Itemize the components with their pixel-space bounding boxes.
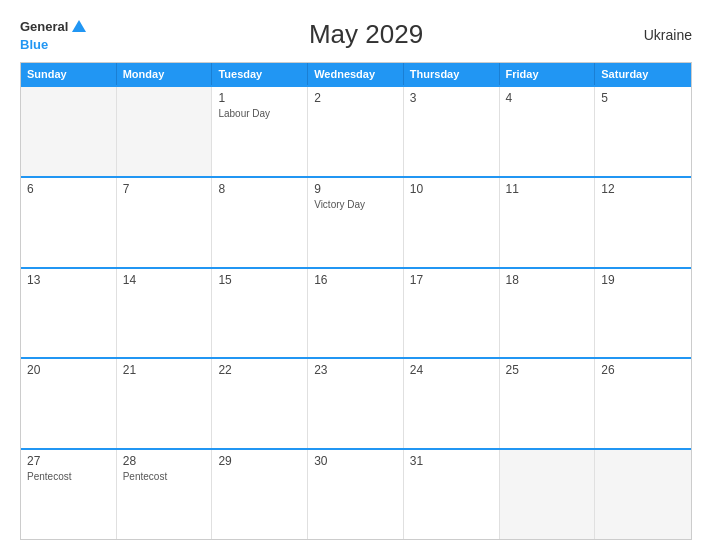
day-number: 20 <box>27 363 110 377</box>
day-number: 11 <box>506 182 589 196</box>
day-cell: 22 <box>212 359 308 448</box>
day-cell: 9Victory Day <box>308 178 404 267</box>
day-cell: 27Pentecost <box>21 450 117 539</box>
day-cell: 24 <box>404 359 500 448</box>
week-row-4: 20212223242526 <box>21 357 691 448</box>
day-number: 24 <box>410 363 493 377</box>
day-cell: 5 <box>595 87 691 176</box>
day-cell <box>21 87 117 176</box>
day-header-thursday: Thursday <box>404 63 500 85</box>
logo-general-text: General <box>20 20 68 34</box>
day-number: 6 <box>27 182 110 196</box>
day-header-tuesday: Tuesday <box>212 63 308 85</box>
day-number: 21 <box>123 363 206 377</box>
country-label: Ukraine <box>632 27 692 43</box>
day-number: 8 <box>218 182 301 196</box>
day-header-sunday: Sunday <box>21 63 117 85</box>
day-number: 2 <box>314 91 397 105</box>
logo-blue-text: Blue <box>20 38 48 52</box>
weeks-container: 1Labour Day23456789Victory Day1011121314… <box>21 85 691 539</box>
day-number: 17 <box>410 273 493 287</box>
day-cell: 14 <box>117 269 213 358</box>
holiday-name: Labour Day <box>218 107 301 120</box>
logo-triangle-icon <box>72 20 86 32</box>
day-number: 14 <box>123 273 206 287</box>
day-cell: 6 <box>21 178 117 267</box>
days-header: SundayMondayTuesdayWednesdayThursdayFrid… <box>21 63 691 85</box>
header: General Blue May 2029 Ukraine <box>20 18 692 52</box>
day-number: 19 <box>601 273 685 287</box>
day-cell: 7 <box>117 178 213 267</box>
page: General Blue May 2029 Ukraine SundayMond… <box>0 0 712 550</box>
day-header-friday: Friday <box>500 63 596 85</box>
day-cell: 21 <box>117 359 213 448</box>
day-header-wednesday: Wednesday <box>308 63 404 85</box>
day-number: 27 <box>27 454 110 468</box>
day-cell: 2 <box>308 87 404 176</box>
week-row-1: 1Labour Day2345 <box>21 85 691 176</box>
day-cell: 26 <box>595 359 691 448</box>
day-number: 22 <box>218 363 301 377</box>
day-number: 30 <box>314 454 397 468</box>
day-cell: 31 <box>404 450 500 539</box>
day-cell: 16 <box>308 269 404 358</box>
day-cell: 19 <box>595 269 691 358</box>
day-number: 29 <box>218 454 301 468</box>
day-header-saturday: Saturday <box>595 63 691 85</box>
logo: General Blue <box>20 18 100 52</box>
day-cell: 12 <box>595 178 691 267</box>
holiday-name: Pentecost <box>27 470 110 483</box>
day-cell: 11 <box>500 178 596 267</box>
day-cell: 28Pentecost <box>117 450 213 539</box>
day-cell: 17 <box>404 269 500 358</box>
day-number: 25 <box>506 363 589 377</box>
day-cell: 1Labour Day <box>212 87 308 176</box>
day-header-monday: Monday <box>117 63 213 85</box>
calendar: SundayMondayTuesdayWednesdayThursdayFrid… <box>20 62 692 540</box>
week-row-5: 27Pentecost28Pentecost293031 <box>21 448 691 539</box>
day-cell <box>117 87 213 176</box>
day-cell: 18 <box>500 269 596 358</box>
day-cell <box>500 450 596 539</box>
day-cell: 15 <box>212 269 308 358</box>
day-number: 12 <box>601 182 685 196</box>
day-number: 28 <box>123 454 206 468</box>
holiday-name: Victory Day <box>314 198 397 211</box>
day-cell: 20 <box>21 359 117 448</box>
day-cell: 3 <box>404 87 500 176</box>
day-number: 4 <box>506 91 589 105</box>
day-number: 16 <box>314 273 397 287</box>
day-cell: 23 <box>308 359 404 448</box>
day-cell: 4 <box>500 87 596 176</box>
day-cell: 25 <box>500 359 596 448</box>
week-row-2: 6789Victory Day101112 <box>21 176 691 267</box>
holiday-name: Pentecost <box>123 470 206 483</box>
day-cell: 8 <box>212 178 308 267</box>
day-number: 3 <box>410 91 493 105</box>
day-cell: 30 <box>308 450 404 539</box>
day-cell <box>595 450 691 539</box>
day-number: 15 <box>218 273 301 287</box>
day-number: 5 <box>601 91 685 105</box>
day-number: 9 <box>314 182 397 196</box>
day-cell: 29 <box>212 450 308 539</box>
day-number: 23 <box>314 363 397 377</box>
day-number: 26 <box>601 363 685 377</box>
day-cell: 13 <box>21 269 117 358</box>
week-row-3: 13141516171819 <box>21 267 691 358</box>
day-number: 18 <box>506 273 589 287</box>
day-number: 31 <box>410 454 493 468</box>
day-number: 1 <box>218 91 301 105</box>
day-number: 7 <box>123 182 206 196</box>
day-cell: 10 <box>404 178 500 267</box>
calendar-title: May 2029 <box>100 19 632 50</box>
day-number: 13 <box>27 273 110 287</box>
day-number: 10 <box>410 182 493 196</box>
